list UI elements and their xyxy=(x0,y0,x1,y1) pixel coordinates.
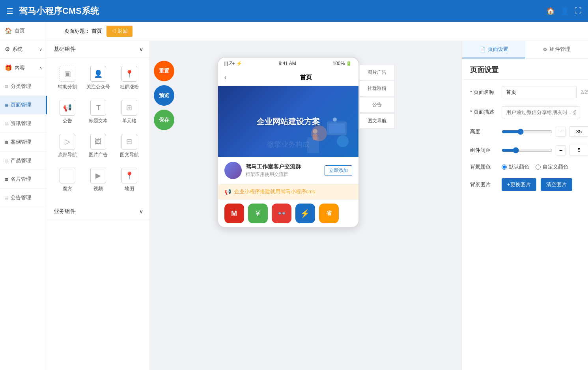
radio-custom-color[interactable]: 自定义颜色 xyxy=(536,163,568,170)
basic-components-label: 基础组件 xyxy=(54,46,76,53)
component-title-text[interactable]: T 标题文本 xyxy=(84,97,112,127)
social-desc: 框架应用使用交流群 xyxy=(246,171,325,178)
page-settings-icon: 📄 xyxy=(479,47,485,52)
sidebar-item-case[interactable]: ≡ 案例管理 xyxy=(0,133,47,151)
components-panel: 基础组件 ∨ ▣ 辅助分割 👤 关注公众号 📍 社群涨粉 xyxy=(47,41,150,370)
form-row-spacing: 组件间距 − + xyxy=(470,145,580,155)
radio-default-color[interactable]: 默认颜色 xyxy=(502,163,529,170)
component-video[interactable]: ▶ 视频 xyxy=(84,164,112,195)
user-icon[interactable]: 👤 xyxy=(560,7,569,15)
chevron-up-icon: ∧ xyxy=(39,65,42,71)
notice-tag[interactable]: 公告 xyxy=(359,97,395,112)
fullscreen-icon[interactable]: ⛶ xyxy=(575,7,582,15)
component-map[interactable]: 📍 地图 xyxy=(116,164,143,195)
component-follow-wechat[interactable]: 👤 关注公众号 xyxy=(84,63,112,93)
sidebar-item-label: 资讯管理 xyxy=(11,120,31,127)
sidebar: 🏠 首页 ⚙ 系统 ∨ 🎁 内容 ∧ ≡ 分类管理 ≡ 页面管理 ≡ 资讯管理 … xyxy=(0,22,47,370)
helper-split-icon: ▣ xyxy=(60,66,75,82)
tab-page-settings[interactable]: 📄 页面设置 xyxy=(462,41,525,58)
save-button[interactable]: 保存 xyxy=(154,110,174,130)
reset-button[interactable]: 重置 xyxy=(154,61,174,81)
sidebar-item-page[interactable]: ≡ 页面管理 xyxy=(0,96,47,114)
sidebar-item-label: 分类管理 xyxy=(11,83,31,90)
sidebar-item-card[interactable]: ≡ 名片管理 xyxy=(0,170,47,189)
notice-speaker-icon: 📢 xyxy=(224,189,231,195)
phone-mockup: ||| Z+ ⚡ 9:41 AM 100% 🔋 ‹ 首页 企业网站建设方案 xyxy=(217,57,359,228)
phone-app-icons-row: M ¥ 👓 ⚡ 省 xyxy=(218,200,358,227)
component-bottom-nav[interactable]: ▷ 底部导航 xyxy=(54,131,81,161)
component-notice[interactable]: 📢 公告 xyxy=(54,97,81,127)
image-ad-icon: 🖼 xyxy=(90,134,106,149)
add-image-btn[interactable]: +更换图片 xyxy=(502,178,536,191)
tab-component-mgmt[interactable]: ⚙ 组件管理 xyxy=(525,41,588,58)
home-nav-icon: 🏠 xyxy=(5,27,12,34)
app-icon-charge[interactable]: ⚡ xyxy=(295,204,315,223)
spacing-slider[interactable] xyxy=(502,147,553,153)
sidebar-item-system[interactable]: ⚙ 系统 ∨ xyxy=(0,40,47,59)
social-fans-icon: 📍 xyxy=(121,66,137,82)
page-desc-input[interactable] xyxy=(502,106,580,118)
component-rubik[interactable]: 魔方 xyxy=(54,164,81,195)
home-icon[interactable]: 🏠 xyxy=(546,7,555,15)
phone-battery: 100% 🔋 xyxy=(332,61,352,66)
basic-components-header[interactable]: 基础组件 ∨ xyxy=(47,41,149,58)
follow-wechat-icon: 👤 xyxy=(90,66,106,82)
sidebar-item-label: 系统 xyxy=(12,46,22,53)
business-components-header[interactable]: 业务组件 ∨ xyxy=(47,203,149,220)
header: ☰ 驾马小程序CMS系统 🏠 👤 ⛶ xyxy=(0,0,588,22)
sidebar-item-notice[interactable]: ≡ 公告管理 xyxy=(0,189,47,207)
svg-rect-6 xyxy=(313,134,317,140)
system-icon: ⚙ xyxy=(5,46,10,53)
title-text-label: 标题文本 xyxy=(89,118,108,124)
component-image-ad[interactable]: 🖼 图片广告 xyxy=(84,131,112,161)
component-tags: 图片广告 社群涨粉 公告 图文导航 xyxy=(359,57,395,129)
bg-image-btns: +更换图片 清空图片 xyxy=(502,178,572,191)
sidebar-item-content[interactable]: 🎁 内容 ∧ xyxy=(0,59,47,77)
app-icon-fen[interactable]: ¥ xyxy=(248,204,268,223)
height-minus-btn[interactable]: − xyxy=(556,127,566,137)
image-text-nav-tag[interactable]: 图文导航 xyxy=(359,113,395,129)
page-title-label: 页面标题： 首页 xyxy=(64,28,102,35)
rubik-icon xyxy=(60,168,75,183)
spacing-input[interactable] xyxy=(569,145,588,155)
follow-wechat-label: 关注公众号 xyxy=(86,84,110,90)
sidebar-item-product[interactable]: ≡ 产品管理 xyxy=(0,151,47,170)
form-row-height: 高度 − + xyxy=(470,126,580,137)
radio-default-input[interactable] xyxy=(502,164,507,170)
bg-image-label: 背景图片 xyxy=(470,181,498,188)
title-text-icon: T xyxy=(90,100,106,116)
menu-icon[interactable]: ☰ xyxy=(6,6,13,16)
spacing-label: 组件间距 xyxy=(470,147,498,154)
chevron-down-icon: ∨ xyxy=(39,47,42,52)
svg-point-4 xyxy=(337,135,349,147)
social-add-btn[interactable]: 立即添加 xyxy=(325,165,352,176)
component-helper-split[interactable]: ▣ 辅助分割 xyxy=(54,63,81,93)
height-input[interactable] xyxy=(569,126,588,137)
back-button[interactable]: ◁ 返回 xyxy=(106,26,133,37)
component-image-text-nav[interactable]: ⊟ 图文导航 xyxy=(116,131,143,161)
phone-banner[interactable]: 企业网站建设方案 微擎业务构成 xyxy=(218,86,358,157)
settings-title: 页面设置 xyxy=(462,59,588,80)
component-social-fans[interactable]: 📍 社群涨粉 xyxy=(116,63,143,93)
phone-back-btn[interactable]: ‹ xyxy=(224,73,227,82)
sidebar-item-home[interactable]: 🏠 首页 xyxy=(0,22,47,40)
app-icon-glasses[interactable]: 👓 xyxy=(272,204,291,223)
map-label: 地图 xyxy=(125,185,134,192)
video-label: 视频 xyxy=(93,185,103,192)
radio-custom-input[interactable] xyxy=(536,164,541,170)
social-info: 驾马工作室客户交流群 框架应用使用交流群 xyxy=(246,163,325,178)
spacing-slider-row: − + xyxy=(502,145,588,155)
social-fans-tag[interactable]: 社群涨粉 xyxy=(359,81,395,96)
page-icon: ≡ xyxy=(5,102,8,108)
height-slider[interactable] xyxy=(502,129,553,135)
app-icon-save[interactable]: 省 xyxy=(319,204,339,223)
clear-image-btn[interactable]: 清空图片 xyxy=(541,178,572,191)
app-icon-mc[interactable]: M xyxy=(224,204,244,223)
page-name-input[interactable] xyxy=(502,86,577,98)
image-ad-tag[interactable]: 图片广告 xyxy=(359,65,395,80)
sidebar-item-category[interactable]: ≡ 分类管理 xyxy=(0,77,47,96)
sidebar-item-news[interactable]: ≡ 资讯管理 xyxy=(0,114,47,133)
spacing-minus-btn[interactable]: − xyxy=(556,145,566,155)
component-cell[interactable]: ⊞ 单元格 xyxy=(116,97,143,127)
preview-button[interactable]: 预览 xyxy=(154,85,174,106)
